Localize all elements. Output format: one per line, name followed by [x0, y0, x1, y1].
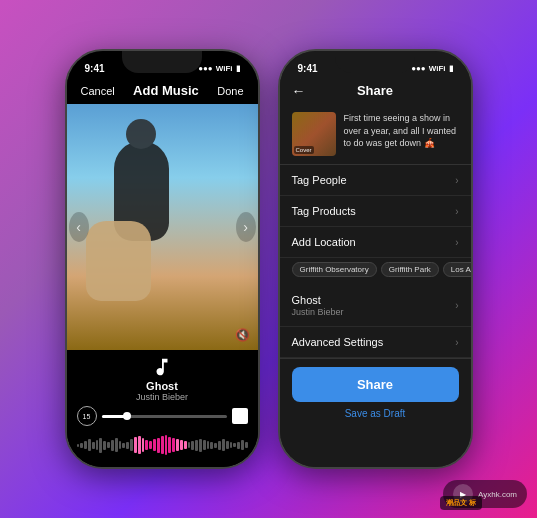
song-title: Ghost	[146, 380, 178, 392]
location-tag[interactable]: Griffith Observatory	[292, 262, 377, 277]
notch-right	[335, 51, 415, 73]
wifi-icon-left: WiFi	[216, 64, 233, 73]
timeline-bar[interactable]	[102, 415, 227, 418]
share-content: Cover First time seeing a show in over a…	[280, 104, 471, 467]
share-title: Share	[357, 83, 393, 98]
notch	[122, 51, 202, 73]
time-right: 9:41	[298, 63, 318, 74]
menu-item-advanced-settings[interactable]: Advanced Settings›	[280, 327, 471, 358]
back-button[interactable]: ←	[292, 83, 306, 99]
location-tags: Griffith ObservatoryGriffith ParkLos Ang…	[280, 258, 471, 285]
menu-item-add-location[interactable]: Add Location›	[280, 227, 471, 258]
stop-button[interactable]	[232, 408, 248, 424]
chevron-icon: ›	[455, 206, 458, 217]
status-icons-right: ●●● WiFi ▮	[411, 64, 452, 73]
cancel-button[interactable]: Cancel	[81, 85, 115, 97]
menu-item-tag-products[interactable]: Tag Products›	[280, 196, 471, 227]
song-artist: Justin Bieber	[136, 392, 188, 402]
time-badge: 15	[77, 406, 97, 426]
menu-item-tag-people[interactable]: Tag People›	[280, 165, 471, 196]
post-thumbnail: Cover	[292, 112, 336, 156]
top-bar-right: ← Share	[280, 79, 471, 104]
timeline-thumb[interactable]	[123, 412, 131, 420]
post-caption: First time seeing a show in over a year,…	[344, 112, 459, 150]
menu-item-ghost[interactable]: GhostJustin Bieber›	[280, 285, 471, 327]
chevron-icon: ›	[455, 300, 458, 311]
nav-left-arrow[interactable]: ‹	[69, 212, 89, 242]
done-button[interactable]: Done	[217, 85, 243, 97]
location-tag[interactable]: Los Angeles,	[443, 262, 471, 277]
volume-icon[interactable]: 🔇	[235, 328, 250, 342]
cover-label: Cover	[294, 146, 314, 154]
person-silhouette-2	[86, 221, 151, 301]
video-area: ‹ › 🔇	[67, 104, 258, 350]
site-badge: 潮品文 标	[440, 496, 482, 510]
left-screen: 9:41 ●●● WiFi ▮ Cancel Add Music Done ‹ …	[67, 51, 258, 467]
battery-icon-left: ▮	[236, 64, 240, 73]
post-preview: Cover First time seeing a show in over a…	[280, 104, 471, 165]
menu-section: Tag People›Tag Products›Add Location›Gri…	[280, 165, 471, 359]
save-draft-button[interactable]: Save as Draft	[292, 408, 459, 419]
music-note-icon	[151, 356, 173, 378]
top-bar-left: Cancel Add Music Done	[67, 79, 258, 104]
nav-right-arrow[interactable]: ›	[236, 212, 256, 242]
add-music-title: Add Music	[133, 83, 199, 98]
wifi-icon-right: WiFi	[429, 64, 446, 73]
time-left: 9:41	[85, 63, 105, 74]
video-background	[67, 104, 258, 350]
music-bottom: Ghost Justin Bieber 15	[67, 350, 258, 467]
left-phone: 9:41 ●●● WiFi ▮ Cancel Add Music Done ‹ …	[65, 49, 260, 469]
music-info: Ghost Justin Bieber	[77, 356, 248, 402]
timeline-controls: 15	[77, 406, 248, 426]
waveform[interactable]	[77, 431, 248, 459]
watermark-text: Ayxhk.com	[478, 490, 517, 499]
chevron-icon: ›	[455, 237, 458, 248]
share-bottom: Share Save as Draft	[280, 359, 471, 427]
share-button[interactable]: Share	[292, 367, 459, 402]
signal-icon-left: ●●●	[198, 64, 213, 73]
battery-icon-right: ▮	[449, 64, 453, 73]
status-icons-left: ●●● WiFi ▮	[198, 64, 239, 73]
chevron-icon: ›	[455, 175, 458, 186]
right-screen: 9:41 ●●● WiFi ▮ ← Share Cover First time…	[280, 51, 471, 467]
chevron-icon: ›	[455, 337, 458, 348]
location-tag[interactable]: Griffith Park	[381, 262, 439, 277]
right-phone: 9:41 ●●● WiFi ▮ ← Share Cover First time…	[278, 49, 473, 469]
signal-icon-right: ●●●	[411, 64, 426, 73]
